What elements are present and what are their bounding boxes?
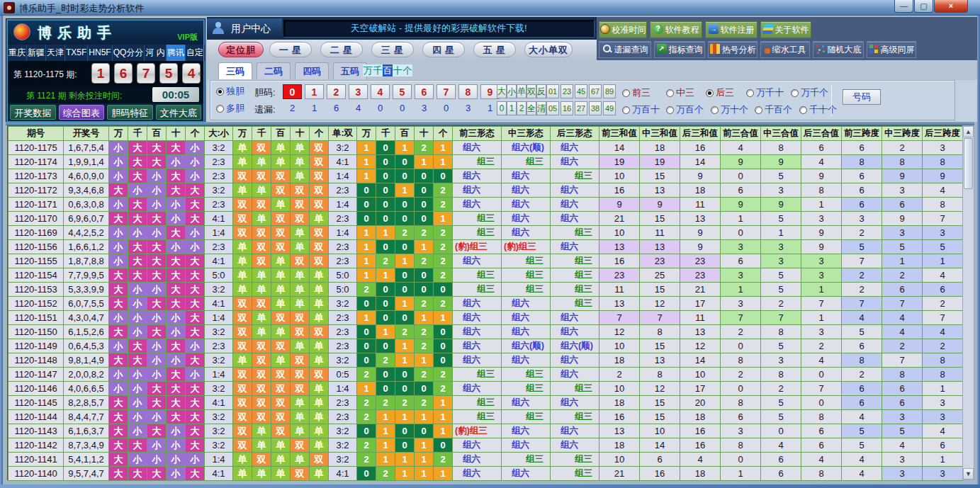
danma-digit-3[interactable]: 3: [349, 84, 368, 99]
filter-button-清[interactable]: 清: [536, 101, 546, 115]
filter-button-1[interactable]: 1: [507, 101, 517, 115]
view-button-综合图表[interactable]: 综合图表: [59, 105, 105, 120]
tool-button-高级同屏[interactable]: 高级同屏: [867, 41, 916, 58]
scope-radio-中三[interactable]: 中三: [666, 86, 694, 99]
region-tab-河 内[interactable]: 河 内: [145, 45, 166, 61]
position-label-千[interactable]: 千: [373, 64, 383, 76]
code-tab-四码[interactable]: 四码: [295, 62, 329, 79]
filter-button-大[interactable]: 大: [497, 84, 507, 98]
scope-radio-后三[interactable]: 后三: [706, 86, 734, 99]
scope-radio-万千个[interactable]: 万千个: [791, 86, 828, 99]
danma-digit-2[interactable]: 2: [327, 84, 346, 99]
region-tab-TX5F[interactable]: TX5F: [65, 45, 88, 61]
single-dan-radio[interactable]: 独胆: [216, 85, 244, 98]
filter-button-反[interactable]: 反: [536, 84, 546, 98]
user-center-button[interactable]: 用户中心: [207, 18, 282, 38]
sys-button-关于软件[interactable]: 关于软件: [760, 21, 811, 38]
mode-pill-大小单双[interactable]: 大小单双: [524, 42, 573, 57]
tool-button-指标查询[interactable]: 指标查询: [654, 41, 705, 58]
position-label-个[interactable]: 个: [402, 64, 412, 76]
sum-cell: 21: [599, 467, 640, 481]
danma-digit-6[interactable]: 6: [415, 84, 434, 99]
scroll-down-icon[interactable]: ▼: [963, 468, 974, 480]
draw-numbers-cell: 7,7,9,9,5: [64, 268, 109, 283]
pair-button-16[interactable]: 16: [561, 101, 573, 115]
scope-radio-千百个[interactable]: 千百个: [755, 103, 792, 116]
pair-button-05[interactable]: 05: [546, 101, 559, 115]
maximize-button[interactable]: ▢: [914, 0, 933, 13]
position-label-百[interactable]: 百: [383, 64, 393, 76]
region-tab-HN5F[interactable]: HN5F: [88, 45, 112, 61]
code-tab-二码[interactable]: 二码: [257, 62, 291, 79]
close-button[interactable]: ×: [934, 0, 968, 13]
pair-button-45[interactable]: 45: [575, 84, 587, 98]
region-tab-新疆[interactable]: 新疆: [27, 45, 46, 61]
mode-pill-三 星[interactable]: 三 星: [371, 42, 414, 57]
danma-digit-4[interactable]: 4: [371, 84, 390, 99]
filter-button-单[interactable]: 单: [517, 84, 526, 98]
pair-button-27[interactable]: 27: [575, 101, 587, 115]
view-button-开奖数据[interactable]: 开奖数据: [10, 105, 56, 120]
scrollbar-thumb[interactable]: [964, 138, 973, 189]
pair-button-49[interactable]: 49: [603, 101, 616, 115]
code-tab-三码[interactable]: 三码: [218, 62, 252, 79]
filter-button-双[interactable]: 双: [526, 84, 536, 98]
mode-pill-二 星[interactable]: 二 星: [320, 42, 363, 57]
pair-button-23[interactable]: 23: [561, 84, 573, 98]
mode-pill-四 星[interactable]: 四 星: [422, 42, 465, 57]
mode-pill-定位胆[interactable]: 定位胆: [218, 42, 264, 57]
danma-digit-5[interactable]: 5: [393, 84, 412, 99]
title-bar[interactable]: 博乐助手_时时彩走势分析软件 — ▢ ×: [0, 0, 980, 16]
sys-button-软件教程[interactable]: 软件教程: [650, 21, 702, 38]
minimize-button[interactable]: —: [894, 0, 913, 13]
pair-button-89[interactable]: 89: [603, 84, 616, 98]
big-small-cell: 大: [167, 268, 186, 283]
tool-button-缩水工具[interactable]: 缩水工具: [760, 41, 810, 58]
table-row: 1120-11490,6,4,5,3小大小大小2:3双双双单单2:300120组…: [9, 339, 963, 353]
danma-digit-8[interactable]: 8: [458, 84, 478, 99]
danma-digit-0[interactable]: 0: [283, 84, 302, 99]
filter-button-小[interactable]: 小: [507, 84, 517, 98]
view-button-文件大底[interactable]: 文件大底: [156, 105, 202, 120]
filter-button-0[interactable]: 0: [497, 101, 507, 115]
table-row: 1120-11436,1,6,3,7大小大小大3:2双单双单单3:201001(…: [9, 424, 963, 438]
scope-radio-万百十[interactable]: 万百十: [622, 103, 660, 116]
filter-button-全[interactable]: 全: [526, 101, 536, 115]
region-tab-QQ分分[interactable]: QQ分分: [113, 45, 145, 61]
pair-button-38[interactable]: 38: [589, 101, 602, 115]
scope-radio-万千十[interactable]: 万千十: [746, 86, 784, 99]
sys-button-校准时间[interactable]: 校准时间: [599, 21, 647, 38]
scope-radio-万百个[interactable]: 万百个: [666, 103, 704, 116]
tool-button-随机大底[interactable]: 随机大底: [813, 41, 864, 58]
odd-even-cell: 单: [271, 268, 291, 283]
region-tab-重庆[interactable]: 重庆: [8, 45, 27, 61]
view-button-胆码特征[interactable]: 胆码特征: [107, 105, 153, 120]
danma-digit-7[interactable]: 7: [437, 84, 456, 99]
sys-button-软件注册[interactable]: 软件注册: [705, 21, 757, 38]
table-scrollbar[interactable]: ▲ ▼: [962, 125, 974, 480]
scroll-up-icon[interactable]: ▲: [963, 126, 974, 137]
region-tab-天津[interactable]: 天津: [46, 45, 65, 61]
tool-button-label: 高级同屏: [881, 45, 915, 55]
sum-cell: 18: [599, 353, 640, 368]
tool-button-热号分析[interactable]: 热号分析: [708, 41, 757, 58]
number-button[interactable]: 号码: [843, 89, 881, 105]
code-tab-五码[interactable]: 五码: [333, 62, 367, 79]
mod3-cell: 2: [434, 453, 453, 467]
prev-arrow-icon[interactable]: ‹: [198, 67, 201, 79]
pair-button-01[interactable]: 01: [546, 84, 559, 98]
position-label-万[interactable]: 万: [363, 64, 373, 76]
pair-button-67[interactable]: 67: [589, 84, 602, 98]
tool-button-遗漏查询[interactable]: 遗漏查询: [599, 41, 651, 58]
mode-pill-五 星[interactable]: 五 星: [473, 42, 516, 57]
region-tab-自定[interactable]: 自定: [186, 45, 205, 61]
combine-cell: 8: [801, 183, 842, 198]
position-label-十[interactable]: 十: [393, 64, 402, 76]
region-tab-腾讯[interactable]: 腾讯: [167, 45, 186, 61]
filter-button-2[interactable]: 2: [517, 101, 526, 115]
mode-pill-一 星[interactable]: 一 星: [269, 42, 312, 57]
scope-radio-万十个[interactable]: 万十个: [711, 103, 748, 116]
multi-dan-radio[interactable]: 多胆: [216, 102, 244, 115]
danma-digit-1[interactable]: 1: [305, 84, 324, 99]
scope-radio-前三[interactable]: 前三: [622, 86, 650, 99]
